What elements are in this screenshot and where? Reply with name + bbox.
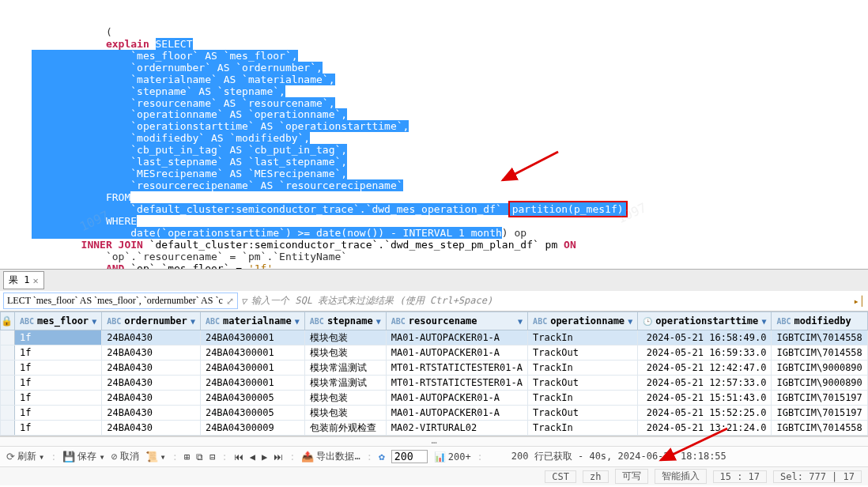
script-button[interactable]: 📜▾ bbox=[145, 451, 166, 462]
cell-mes_floor[interactable]: 1f bbox=[15, 421, 102, 436]
lock-column[interactable]: 🔒 bbox=[1, 312, 15, 330]
table-row[interactable]: 1f24BA043024BA04300001模块常温测试MT01-RTSTATI… bbox=[1, 361, 868, 376]
cell-mes_floor[interactable]: 1f bbox=[15, 376, 102, 391]
cell-ordernumber[interactable]: 24BA0430 bbox=[102, 421, 201, 436]
cell-operationstarttime[interactable]: 2024-05-21 15:52:25.0 bbox=[638, 406, 772, 421]
sort-icon[interactable]: ▼ bbox=[518, 317, 523, 326]
cell-resourcename[interactable]: MT01-RTSTATICTESTER01-A bbox=[386, 361, 527, 376]
cell-stepname[interactable]: 模块包装 bbox=[304, 391, 386, 406]
cell-mes_floor[interactable]: 1f bbox=[15, 361, 102, 376]
cell-modifiedby[interactable]: IGBTCIM\7014558 bbox=[772, 345, 868, 361]
cell-ordernumber[interactable]: 24BA0430 bbox=[102, 361, 201, 376]
cell-resourcename[interactable]: MA01-AUTOPACKER01-A bbox=[386, 345, 527, 361]
column-header-mes_floor[interactable]: ABCmes_floor▼ bbox=[15, 312, 101, 330]
close-icon[interactable]: ✕ bbox=[32, 275, 38, 286]
duplicate-row-button[interactable]: ⧉ bbox=[196, 451, 203, 462]
result-grid[interactable]: 🔒 ABCmes_floor▼ABCordernumber▼ABCmateria… bbox=[0, 311, 868, 436]
column-header-operationname[interactable]: ABCoperationname▼ bbox=[528, 312, 637, 330]
cell-operationname[interactable]: TrackIn bbox=[528, 421, 638, 436]
cell-materialname[interactable]: 24BA04300001 bbox=[200, 330, 304, 345]
table-row[interactable]: 1f24BA043024BA04300009包装前外观检查MA02-VIRTUR… bbox=[1, 421, 868, 436]
cell-materialname[interactable]: 24BA04300005 bbox=[200, 406, 304, 421]
cell-stepname[interactable]: 模块常温测试 bbox=[304, 361, 386, 376]
row-handle[interactable] bbox=[1, 361, 15, 376]
cell-modifiedby[interactable]: IGBTCIM\7014558 bbox=[772, 421, 868, 436]
filter-toggle-icon[interactable]: ▸│ bbox=[854, 296, 865, 307]
column-header-materialname[interactable]: ABCmaterialname▼ bbox=[201, 312, 304, 330]
cell-materialname[interactable]: 24BA04300005 bbox=[200, 391, 304, 406]
delete-row-button[interactable]: ⊟ bbox=[209, 451, 215, 462]
cell-mes_floor[interactable]: 1f bbox=[15, 345, 102, 361]
column-header-resourcename[interactable]: ABCresourcename▼ bbox=[387, 312, 527, 330]
cell-mes_floor[interactable]: 1f bbox=[15, 406, 102, 421]
cell-operationstarttime[interactable]: 2024-05-21 15:51:43.0 bbox=[638, 391, 772, 406]
cell-operationstarttime[interactable]: 2024-05-21 13:21:24.0 bbox=[638, 421, 772, 436]
fetch-count-button[interactable]: 📊200+ bbox=[434, 451, 471, 462]
cell-modifiedby[interactable]: IGBTCIM\7015197 bbox=[772, 406, 868, 421]
table-row[interactable]: 1f24BA043024BA04300001模块包装MA01-AUTOPACKE… bbox=[1, 345, 868, 361]
next-button[interactable]: ▶ bbox=[262, 451, 267, 462]
cell-stepname[interactable]: 模块常温测试 bbox=[304, 376, 386, 391]
cell-stepname[interactable]: 模块包装 bbox=[304, 406, 386, 421]
cell-resourcename[interactable]: MA02-VIRTURAL02 bbox=[386, 421, 527, 436]
sort-icon[interactable]: ▼ bbox=[295, 317, 300, 326]
table-row[interactable]: 1f24BA043024BA04300001模块包装MA01-AUTOPACKE… bbox=[1, 330, 868, 345]
cell-ordernumber[interactable]: 24BA0430 bbox=[102, 345, 201, 361]
row-resizer[interactable]: ⋯ bbox=[0, 436, 868, 446]
cell-mes_floor[interactable]: 1f bbox=[15, 391, 102, 406]
cell-materialname[interactable]: 24BA04300001 bbox=[200, 361, 304, 376]
row-handle[interactable] bbox=[1, 406, 15, 421]
cell-mes_floor[interactable]: 1f bbox=[15, 330, 102, 345]
column-header-modifiedby[interactable]: ABCmodifiedby bbox=[772, 312, 867, 330]
cell-materialname[interactable]: 24BA04300001 bbox=[200, 376, 304, 391]
last-button[interactable]: ⏭ bbox=[274, 451, 283, 462]
cell-ordernumber[interactable]: 24BA0430 bbox=[102, 330, 201, 345]
cell-operationstarttime[interactable]: 2024-05-21 12:42:47.0 bbox=[638, 361, 772, 376]
cell-stepname[interactable]: 模块包装 bbox=[304, 345, 386, 361]
cell-modifiedby[interactable]: IGBTCIM\7014558 bbox=[772, 330, 868, 345]
cell-operationname[interactable]: TrackOut bbox=[528, 345, 638, 361]
prev-button[interactable]: ◀ bbox=[250, 451, 255, 462]
refresh-button[interactable]: ⟳刷新 ▾ bbox=[6, 450, 44, 463]
export-button[interactable]: 📤导出数据… bbox=[301, 450, 360, 463]
save-button[interactable]: 💾保存 ▾ bbox=[62, 450, 104, 463]
column-header-ordernumber[interactable]: ABCordernumber▼ bbox=[102, 312, 200, 330]
cell-ordernumber[interactable]: 24BA0430 bbox=[102, 406, 201, 421]
cell-modifiedby[interactable]: IGBTCIM\7015197 bbox=[772, 391, 868, 406]
code-block[interactable]: FROM ( explain SELECT `mes_floor` AS `me… bbox=[0, 0, 868, 269]
row-handle[interactable] bbox=[1, 345, 15, 361]
cell-materialname[interactable]: 24BA04300009 bbox=[200, 421, 304, 436]
row-handle[interactable] bbox=[1, 376, 15, 391]
add-row-button[interactable]: ⊞ bbox=[184, 451, 190, 462]
cell-resourcename[interactable]: MA01-AUTOPACKER01-A bbox=[386, 406, 527, 421]
cell-ordernumber[interactable]: 24BA0430 bbox=[102, 376, 201, 391]
cell-operationname[interactable]: TrackIn bbox=[528, 330, 638, 345]
table-row[interactable]: 1f24BA043024BA04300005模块包装MA01-AUTOPACKE… bbox=[1, 406, 868, 421]
filter-input[interactable]: ▽ 输入一个 SQL 表达式来过滤结果 (使用 Ctrl+Space) bbox=[241, 294, 851, 308]
sort-icon[interactable]: ▼ bbox=[92, 317, 96, 326]
column-header-operationstarttime[interactable]: 🕒operationstarttime▼ bbox=[638, 312, 771, 330]
cell-operationstarttime[interactable]: 2024-05-21 12:57:33.0 bbox=[638, 376, 772, 391]
first-button[interactable]: ⏮ bbox=[234, 451, 243, 462]
sort-icon[interactable]: ▼ bbox=[628, 317, 632, 326]
row-handle[interactable] bbox=[1, 330, 15, 345]
cell-operationname[interactable]: TrackIn bbox=[528, 361, 638, 376]
sort-icon[interactable]: ▼ bbox=[191, 317, 195, 326]
cell-modifiedby[interactable]: IGBTCIM\9000890 bbox=[772, 376, 868, 391]
column-header-stepname[interactable]: ABCstepname▼ bbox=[305, 312, 386, 330]
cell-ordernumber[interactable]: 24BA0430 bbox=[102, 391, 201, 406]
cell-operationstarttime[interactable]: 2024-05-21 16:58:49.0 bbox=[638, 330, 772, 345]
cell-stepname[interactable]: 模块包装 bbox=[304, 330, 386, 345]
cell-resourcename[interactable]: MA01-AUTOPACKER01-A bbox=[386, 391, 527, 406]
cell-modifiedby[interactable]: IGBTCIM\9000890 bbox=[772, 361, 868, 376]
sql-editor[interactable]: FROM ( explain SELECT `mes_floor` AS `me… bbox=[0, 0, 868, 269]
sort-icon[interactable]: ▼ bbox=[761, 317, 766, 326]
maximize-icon[interactable]: ⤢ bbox=[226, 296, 234, 307]
cell-operationname[interactable]: TrackIn bbox=[528, 391, 638, 406]
cell-stepname[interactable]: 包装前外观检查 bbox=[304, 421, 386, 436]
cell-resourcename[interactable]: MT01-RTSTATICTESTER01-A bbox=[386, 376, 527, 391]
table-row[interactable]: 1f24BA043024BA04300001模块常温测试MT01-RTSTATI… bbox=[1, 376, 868, 391]
cell-operationstarttime[interactable]: 2024-05-21 16:59:33.0 bbox=[638, 345, 772, 361]
cell-materialname[interactable]: 24BA04300001 bbox=[200, 345, 304, 361]
cell-resourcename[interactable]: MA01-AUTOPACKER01-A bbox=[386, 330, 527, 345]
